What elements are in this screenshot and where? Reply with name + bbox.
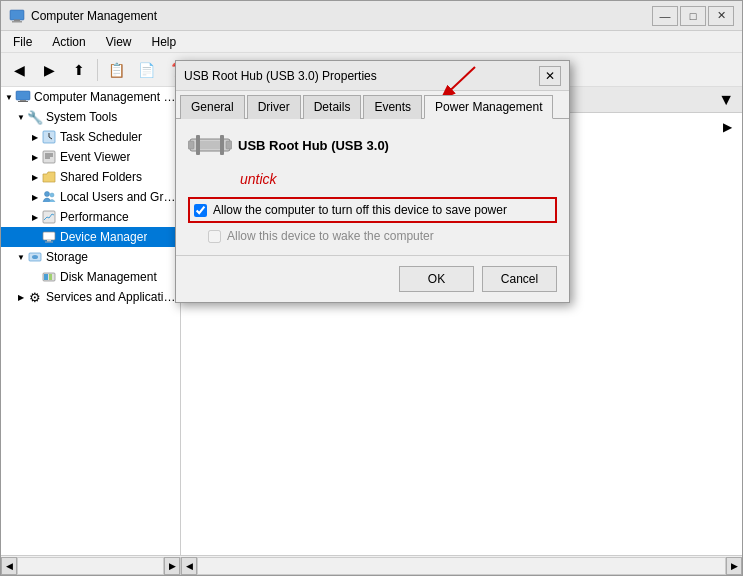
toolbar-separator	[97, 59, 98, 81]
tree-item-task-scheduler[interactable]: ▶ Task Scheduler	[1, 127, 180, 147]
bottom-scroll-area: ◀ ▶ ◀ ▶	[1, 555, 742, 575]
tree-item-storage[interactable]: ▼ Storage	[1, 247, 180, 267]
checkbox-power-off[interactable]	[194, 204, 207, 217]
expand-arrow-local-users: ▶	[29, 191, 41, 203]
app-icon	[9, 8, 25, 24]
tree-item-services[interactable]: ▶ ⚙ Services and Applicatio...	[1, 287, 180, 307]
menu-action[interactable]: Action	[44, 33, 93, 51]
minimize-button[interactable]: —	[652, 6, 678, 26]
toolbar-properties[interactable]: 📄	[132, 57, 160, 83]
dialog-title-bar: USB Root Hub (USB 3.0) Properties ✕	[176, 61, 569, 91]
event-viewer-label: Event Viewer	[60, 150, 130, 164]
performance-icon	[41, 209, 57, 225]
dialog-close-button[interactable]: ✕	[539, 66, 561, 86]
title-bar-controls: — □ ✕	[652, 6, 734, 26]
svg-rect-0	[10, 10, 24, 20]
storage-icon	[27, 249, 43, 265]
tree-item-system-tools[interactable]: ▼ 🔧 System Tools	[1, 107, 180, 127]
more-actions-arrow: ▶	[723, 120, 732, 134]
ok-button[interactable]: OK	[399, 266, 474, 292]
checkbox-wake[interactable]	[208, 230, 221, 243]
scroll-right-btn-1[interactable]: ▶	[164, 557, 180, 575]
dialog-footer: OK Cancel	[176, 255, 569, 302]
tree-item-event-viewer[interactable]: ▶ Event Viewer	[1, 147, 180, 167]
computer-management-icon	[15, 89, 31, 105]
tree-item-local-users[interactable]: ▶ Local Users and Grou...	[1, 187, 180, 207]
tab-general[interactable]: General	[180, 95, 245, 119]
toolbar-show-hide[interactable]: 📋	[102, 57, 130, 83]
dialog-title: USB Root Hub (USB 3.0) Properties	[184, 69, 377, 83]
sort-icon[interactable]: ▼	[718, 91, 734, 109]
services-icon: ⚙	[27, 289, 43, 305]
system-tools-label: System Tools	[46, 110, 117, 124]
performance-label: Performance	[60, 210, 129, 224]
tab-details[interactable]: Details	[303, 95, 362, 119]
task-scheduler-label: Task Scheduler	[60, 130, 142, 144]
svg-rect-4	[20, 100, 26, 101]
expand-arrow: ▼	[3, 91, 15, 103]
svg-rect-15	[43, 211, 55, 223]
checkbox-item-power-off: Allow the computer to turn off this devi…	[188, 197, 557, 223]
menu-help[interactable]: Help	[144, 33, 185, 51]
svg-rect-18	[45, 242, 53, 243]
tree-item-performance[interactable]: ▶ Performance	[1, 207, 180, 227]
svg-rect-26	[226, 141, 232, 149]
svg-rect-2	[14, 19, 20, 21]
svg-rect-3	[16, 91, 30, 100]
svg-rect-17	[47, 240, 51, 242]
svg-rect-1	[12, 21, 22, 23]
checkbox-item-wake: Allow this device to wake the computer	[188, 229, 557, 243]
event-viewer-icon	[41, 149, 57, 165]
cancel-button[interactable]: Cancel	[482, 266, 557, 292]
menu-view[interactable]: View	[98, 33, 140, 51]
scroll-right-btn-2[interactable]: ▶	[726, 557, 742, 575]
svg-rect-9	[43, 151, 55, 163]
tree-item-device-manager[interactable]: Device Manager	[1, 227, 180, 247]
dialog-usb-properties: USB Root Hub (USB 3.0) Properties ✕ Gene…	[175, 60, 570, 303]
svg-rect-28	[220, 135, 224, 155]
tree-item-shared-folders[interactable]: ▶ Shared Folders	[1, 167, 180, 187]
toolbar-back[interactable]: ◀	[5, 57, 33, 83]
expand-arrow-storage: ▼	[15, 251, 27, 263]
left-panel: ▼ Computer Management (Lo ▼ 🔧 System Too…	[1, 87, 181, 555]
task-scheduler-icon	[41, 129, 57, 145]
expand-arrow-event-viewer: ▶	[29, 151, 41, 163]
computer-management-label: Computer Management (Lo	[34, 90, 176, 104]
local-users-icon	[41, 189, 57, 205]
services-label: Services and Applicatio...	[46, 290, 176, 304]
tab-events[interactable]: Events	[363, 95, 422, 119]
device-manager-label: Device Manager	[60, 230, 147, 244]
disk-management-label: Disk Management	[60, 270, 157, 284]
dialog-content: USB Root Hub (USB 3.0) untick Allow the …	[176, 119, 569, 255]
expand-arrow-system-tools: ▼	[15, 111, 27, 123]
main-title: Computer Management	[31, 9, 157, 23]
expand-arrow-services: ▶	[15, 291, 27, 303]
title-bar: Computer Management — □ ✕	[1, 1, 742, 31]
expand-arrow-performance: ▶	[29, 211, 41, 223]
checkbox-wake-label: Allow this device to wake the computer	[227, 229, 434, 243]
scroll-left-btn-1[interactable]: ◀	[1, 557, 17, 575]
checkbox-power-off-label[interactable]: Allow the computer to turn off this devi…	[213, 203, 507, 217]
svg-rect-22	[44, 274, 48, 280]
tree-item-disk-management[interactable]: Disk Management	[1, 267, 180, 287]
menu-file[interactable]: File	[5, 33, 40, 51]
svg-rect-5	[18, 101, 28, 102]
checkbox-group: Allow the computer to turn off this devi…	[188, 197, 557, 243]
toolbar-up[interactable]: ⬆	[65, 57, 93, 83]
maximize-button[interactable]: □	[680, 6, 706, 26]
svg-point-14	[50, 193, 54, 197]
local-users-label: Local Users and Grou...	[60, 190, 176, 204]
tab-driver[interactable]: Driver	[247, 95, 301, 119]
scroll-left-btn-2[interactable]: ◀	[181, 557, 197, 575]
scroll-track-left[interactable]	[17, 557, 164, 575]
expand-arrow-task-scheduler: ▶	[29, 131, 41, 143]
storage-label: Storage	[46, 250, 88, 264]
tab-power-management[interactable]: Power Management	[424, 95, 553, 119]
close-button[interactable]: ✕	[708, 6, 734, 26]
device-manager-icon	[41, 229, 57, 245]
scroll-track-right[interactable]	[197, 557, 726, 575]
tree-item-computer-management[interactable]: ▼ Computer Management (Lo	[1, 87, 180, 107]
tabs-bar: General Driver Details Events Power Mana…	[176, 91, 569, 119]
title-bar-left: Computer Management	[9, 8, 157, 24]
toolbar-forward[interactable]: ▶	[35, 57, 63, 83]
